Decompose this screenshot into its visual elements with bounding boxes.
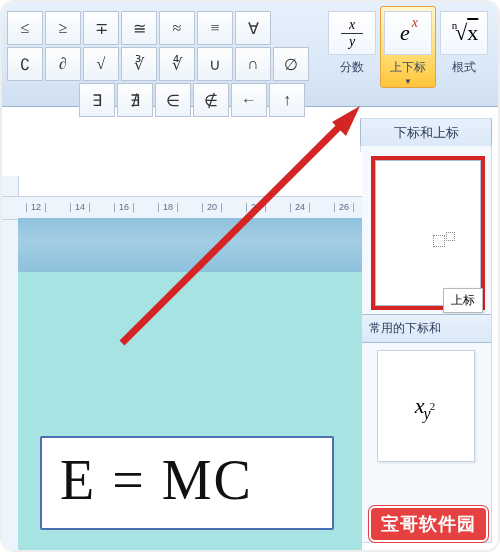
ruler-vertical <box>2 176 19 552</box>
symbol-∃[interactable]: ∃ <box>79 83 115 117</box>
symbol-≥[interactable]: ≥ <box>45 11 81 45</box>
fraction-button[interactable]: xy 分数 <box>324 6 380 88</box>
symbol-∀[interactable]: ∀ <box>235 11 271 45</box>
ribbon: ≤≥∓≅≈≡∀ ∁∂√∛∜∪∩∅ ∃∄∈∉←↑ xy 分数 ex 上下标 ▼ <box>2 2 498 107</box>
ruler-mark: ｜12｜ <box>22 201 50 214</box>
symbol-∅[interactable]: ∅ <box>273 47 309 81</box>
radical-label: 根式 <box>452 59 476 76</box>
symbol-≤[interactable]: ≤ <box>7 11 43 45</box>
symbol-∓[interactable]: ∓ <box>83 11 119 45</box>
script-button[interactable]: ex 上下标 ▼ <box>380 6 436 88</box>
symbol-∜[interactable]: ∜ <box>159 47 195 81</box>
watermark-badge: 宝哥软件园 <box>369 506 488 542</box>
symbol-∈[interactable]: ∈ <box>155 83 191 117</box>
ruler-mark: ｜18｜ <box>154 201 182 214</box>
radical-icon: n√x <box>440 11 488 55</box>
symbol-√[interactable]: √ <box>83 47 119 81</box>
symbol-∛[interactable]: ∛ <box>121 47 157 81</box>
fraction-label: 分数 <box>340 59 364 76</box>
ruler-horizontal: ｜12｜｜14｜｜16｜｜18｜｜20｜｜22｜｜24｜｜26｜ <box>2 196 362 220</box>
superscript-icon: ex <box>384 11 432 55</box>
symbol-←[interactable]: ← <box>231 83 267 117</box>
symbol-∁[interactable]: ∁ <box>7 47 43 81</box>
equation-text: E = MC <box>42 438 332 522</box>
selection-band <box>18 218 362 272</box>
xy2-exp: 2 <box>430 400 436 412</box>
gallery-item-superscript[interactable]: 上标 <box>371 156 485 310</box>
symbol-palette: ≤≥∓≅≈≡∀ ∁∂√∛∜∪∩∅ ∃∄∈∉←↑ <box>6 10 316 118</box>
symbol-∂[interactable]: ∂ <box>45 47 81 81</box>
gallery-header: 下标和上标 <box>360 118 492 148</box>
chevron-down-icon: ▼ <box>404 77 412 86</box>
radical-button[interactable]: n√x 根式 <box>436 6 492 88</box>
symbol-∄[interactable]: ∄ <box>117 83 153 117</box>
ruler-mark: ｜22｜ <box>242 201 270 214</box>
script-label: 上下标 <box>390 59 426 76</box>
ruler-mark: ｜24｜ <box>286 201 314 214</box>
symbol-∉[interactable]: ∉ <box>193 83 229 117</box>
symbol-↑[interactable]: ↑ <box>269 83 305 117</box>
symbol-≈[interactable]: ≈ <box>159 11 195 45</box>
ruler-mark: ｜20｜ <box>198 201 226 214</box>
symbol-≅[interactable]: ≅ <box>121 11 157 45</box>
gallery-panel: 上标 常用的下标和 x y 2 <box>360 146 492 543</box>
symbol-≡[interactable]: ≡ <box>197 11 233 45</box>
document-workspace: ｜12｜｜14｜｜16｜｜18｜｜20｜｜22｜｜24｜｜26｜ E = MC <box>2 152 362 552</box>
ruler-mark: ｜26｜ <box>330 201 358 214</box>
equation-box[interactable]: E = MC <box>40 436 334 530</box>
symbol-∩[interactable]: ∩ <box>235 47 271 81</box>
gallery-item-xy2[interactable]: x y 2 <box>377 350 475 462</box>
symbol-∪[interactable]: ∪ <box>197 47 233 81</box>
ruler-mark: ｜14｜ <box>66 201 94 214</box>
ruler-mark: ｜16｜ <box>110 201 138 214</box>
fraction-icon: xy <box>328 11 376 55</box>
svg-marker-1 <box>332 106 360 136</box>
tooltip: 上标 <box>443 288 483 313</box>
superscript-template-icon <box>431 232 455 251</box>
gallery-section-header: 常用的下标和 <box>361 314 491 343</box>
structure-buttons: xy 分数 ex 上下标 ▼ n√x 根式 <box>324 6 492 88</box>
